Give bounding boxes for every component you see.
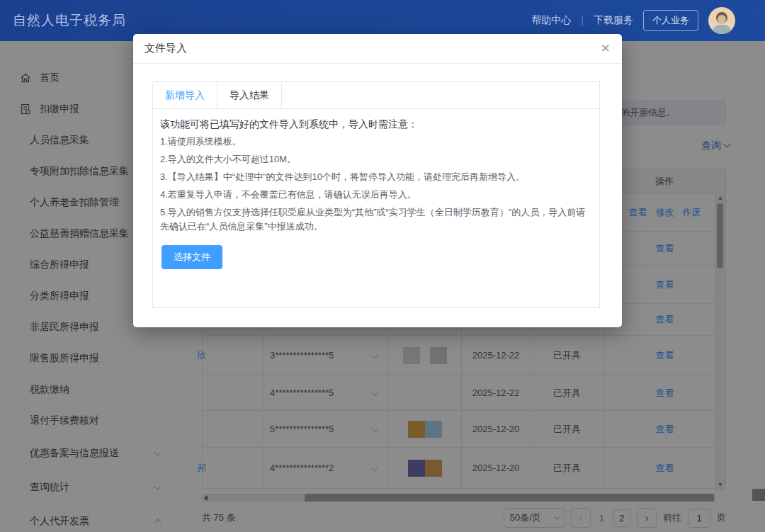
import-note-2: 2.导入的文件大小不可超过10M。: [160, 152, 592, 166]
import-tabs-card: 新增导入 导入结果 该功能可将已填写好的文件导入到系统中，导入时需注意： 1.请…: [152, 81, 600, 308]
file-import-dialog: 文件导入 ✕ 新增导入 导入结果 该功能可将已填写好的文件导入到系统中，导入时需…: [133, 34, 622, 327]
user-avatar[interactable]: [708, 7, 735, 34]
page: 自然人电子税务局 帮助中心 | 下载服务 个人业务 首页: [0, 0, 765, 532]
tab-import-result[interactable]: 导入结果: [217, 82, 282, 108]
tab-bar: 新增导入 导入结果: [153, 82, 599, 109]
import-note-3: 3.【导入结果】中“处理中”的文件达到10个时，将暂停导入功能，请处理完后再新增…: [160, 170, 592, 184]
avatar-face-icon: [718, 15, 726, 23]
dialog-title: 文件导入: [144, 42, 187, 55]
tab-content: 该功能可将已填写好的文件导入到系统中，导入时需注意： 1.请使用系统模板。 2.…: [153, 109, 599, 269]
import-intro-text: 该功能可将已填写好的文件导入到系统中，导入时需注意：: [160, 118, 592, 131]
import-note-4: 4.若重复导入申请，不会覆盖已有信息，请确认无误后再导入。: [160, 188, 592, 202]
download-service-link[interactable]: 下载服务: [594, 14, 633, 27]
dialog-header: 文件导入 ✕: [133, 34, 622, 64]
personal-business-button[interactable]: 个人业务: [643, 10, 698, 31]
import-note-1: 1.请使用系统模板。: [160, 135, 592, 149]
import-note-5: 5.导入的销售方仅支持选择任职受雇从业类型为“其他”或“实习学生（全日制学历教育…: [160, 205, 592, 234]
choose-file-button[interactable]: 选择文件: [162, 245, 222, 269]
help-center-link[interactable]: 帮助中心: [531, 14, 571, 27]
app-title: 自然人电子税务局: [13, 11, 126, 30]
tab-new-import[interactable]: 新增导入: [153, 82, 217, 108]
avatar-body-icon: [713, 25, 731, 34]
close-icon[interactable]: ✕: [601, 43, 611, 55]
header-divider: |: [581, 15, 584, 26]
